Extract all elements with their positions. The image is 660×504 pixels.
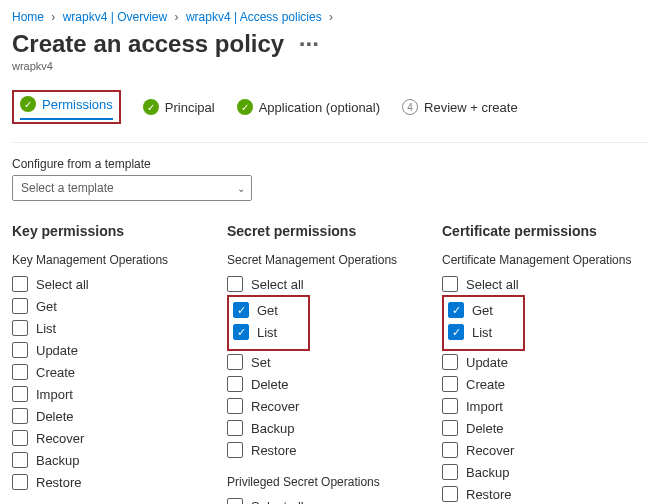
checkbox-icon[interactable] — [227, 498, 243, 504]
checkbox-label: List — [472, 325, 492, 340]
checkbox-icon[interactable] — [227, 442, 243, 458]
checkbox-label: Create — [36, 365, 75, 380]
checkbox-icon[interactable] — [12, 298, 28, 314]
checkbox-label: Delete — [251, 377, 289, 392]
checkbox-label: Get — [472, 303, 493, 318]
checkbox-icon[interactable] — [233, 324, 249, 340]
checkbox-icon[interactable] — [442, 420, 458, 436]
checkbox-icon[interactable] — [12, 474, 28, 490]
checkbox-icon[interactable] — [233, 302, 249, 318]
checkbox-row-restore[interactable]: Restore — [227, 439, 442, 461]
checkbox-row-recover[interactable]: Recover — [227, 395, 442, 417]
checkbox-row-list[interactable]: List — [12, 317, 227, 339]
checkbox-row-get[interactable]: Get — [233, 299, 278, 321]
checkbox-icon[interactable] — [442, 486, 458, 502]
checkbox-icon[interactable] — [12, 408, 28, 424]
checkbox-row-delete[interactable]: Delete — [227, 373, 442, 395]
check-icon: ✓ — [143, 99, 159, 115]
template-label: Configure from a template — [12, 157, 648, 171]
checkbox-icon[interactable] — [12, 452, 28, 468]
cert-mgmt-label: Certificate Management Operations — [442, 253, 657, 267]
checkbox-row-import[interactable]: Import — [442, 395, 657, 417]
page-subtitle: wrapkv4 — [12, 60, 648, 72]
breadcrumb-access-policies[interactable]: wrapkv4 | Access policies — [186, 10, 322, 24]
secret-mgmt-label: Secret Management Operations — [227, 253, 442, 267]
checkbox-icon[interactable] — [12, 386, 28, 402]
checkbox-icon[interactable] — [448, 302, 464, 318]
checkbox-row-backup[interactable]: Backup — [227, 417, 442, 439]
checkbox-icon[interactable] — [442, 376, 458, 392]
checkbox-label: Import — [36, 387, 73, 402]
breadcrumb-overview[interactable]: wrapkv4 | Overview — [63, 10, 167, 24]
cert-permissions-column: Certificate permissions Certificate Mana… — [442, 223, 657, 504]
checkbox-label: Set — [251, 355, 271, 370]
checkbox-row-update[interactable]: Update — [12, 339, 227, 361]
checkbox-label: Select all — [251, 499, 304, 505]
wizard-steps: ✓ Permissions ✓ Principal ✓ Application … — [12, 90, 648, 124]
checkbox-icon[interactable] — [12, 276, 28, 292]
checkbox-row-set[interactable]: Set — [227, 351, 442, 373]
checkbox-row-recover[interactable]: Recover — [12, 427, 227, 449]
cert-select-all[interactable]: Select all — [442, 273, 657, 295]
checkbox-icon[interactable] — [12, 430, 28, 446]
checkbox-row-create[interactable]: Create — [12, 361, 227, 383]
checkbox-row-import[interactable]: Import — [12, 383, 227, 405]
checkbox-row-backup[interactable]: Backup — [12, 449, 227, 471]
check-icon: ✓ — [237, 99, 253, 115]
checkbox-icon[interactable] — [227, 398, 243, 414]
checkbox-icon[interactable] — [12, 364, 28, 380]
checkbox-icon[interactable] — [12, 342, 28, 358]
key-select-all[interactable]: Select all — [12, 273, 227, 295]
secret-permissions-column: Secret permissions Secret Management Ope… — [227, 223, 442, 504]
checkbox-label: Update — [36, 343, 78, 358]
more-icon[interactable]: ··· — [299, 30, 319, 57]
step-application[interactable]: ✓ Application (optional) — [237, 99, 380, 115]
checkbox-label: Select all — [36, 277, 89, 292]
key-heading: Key permissions — [12, 223, 227, 239]
check-icon: ✓ — [20, 96, 36, 112]
key-mgmt-label: Key Management Operations — [12, 253, 227, 267]
checkbox-icon[interactable] — [12, 320, 28, 336]
checkbox-icon[interactable] — [227, 276, 243, 292]
step-review[interactable]: 4 Review + create — [402, 99, 518, 115]
checkbox-label: Restore — [36, 475, 82, 490]
checkbox-label: Import — [466, 399, 503, 414]
secret-select-all[interactable]: Select all — [227, 273, 442, 295]
step-principal[interactable]: ✓ Principal — [143, 99, 215, 115]
checkbox-row-restore[interactable]: Restore — [442, 483, 657, 504]
checkbox-icon[interactable] — [442, 398, 458, 414]
checkbox-icon[interactable] — [442, 354, 458, 370]
checkbox-row-list[interactable]: List — [448, 321, 493, 343]
checkbox-row-get[interactable]: Get — [448, 299, 493, 321]
checkbox-icon[interactable] — [227, 354, 243, 370]
checkbox-icon[interactable] — [448, 324, 464, 340]
chevron-right-icon: › — [175, 10, 179, 24]
template-select[interactable]: Select a template ⌄ — [12, 175, 252, 201]
checkbox-row-backup[interactable]: Backup — [442, 461, 657, 483]
chevron-right-icon: › — [329, 10, 333, 24]
checkbox-label: Delete — [466, 421, 504, 436]
checkbox-row-update[interactable]: Update — [442, 351, 657, 373]
select-placeholder: Select a template — [21, 181, 114, 195]
checkbox-label: Restore — [466, 487, 512, 502]
checkbox-row-restore[interactable]: Restore — [12, 471, 227, 493]
secret-priv-select-all[interactable]: Select all — [227, 495, 442, 504]
checkbox-icon[interactable] — [442, 464, 458, 480]
checkbox-icon[interactable] — [442, 276, 458, 292]
breadcrumb-home[interactable]: Home — [12, 10, 44, 24]
checkbox-label: Restore — [251, 443, 297, 458]
checkbox-label: Update — [466, 355, 508, 370]
checkbox-row-delete[interactable]: Delete — [442, 417, 657, 439]
step-permissions[interactable]: ✓ Permissions — [20, 96, 113, 120]
checkbox-icon[interactable] — [227, 420, 243, 436]
cert-heading: Certificate permissions — [442, 223, 657, 239]
checkbox-row-list[interactable]: List — [233, 321, 278, 343]
checkbox-row-get[interactable]: Get — [12, 295, 227, 317]
checkbox-icon[interactable] — [442, 442, 458, 458]
step-label: Application (optional) — [259, 100, 380, 115]
checkbox-row-recover[interactable]: Recover — [442, 439, 657, 461]
checkbox-icon[interactable] — [227, 376, 243, 392]
checkbox-label: Create — [466, 377, 505, 392]
checkbox-row-create[interactable]: Create — [442, 373, 657, 395]
checkbox-row-delete[interactable]: Delete — [12, 405, 227, 427]
